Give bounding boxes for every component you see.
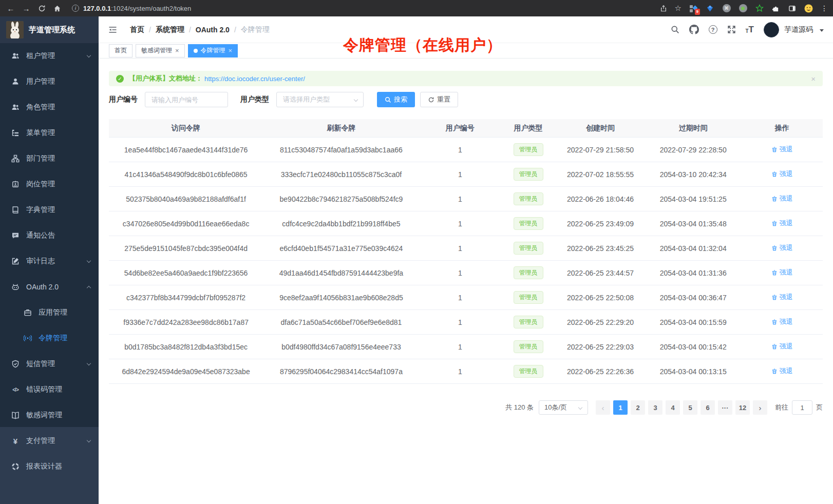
sidebar-item-支付管理[interactable]: ¥支付管理: [0, 428, 99, 454]
user-id-cell: 1: [420, 195, 501, 203]
app-briefcase-icon: [24, 308, 32, 317]
site-info-icon[interactable]: i: [72, 5, 79, 12]
page-button-2[interactable]: 2: [631, 400, 645, 415]
page-button-12[interactable]: 12: [735, 400, 750, 415]
refresh-token-cell: 8796295f04064c2983414cc54af1097a: [263, 367, 419, 376]
tab-label: 首页: [115, 46, 127, 55]
tab-首页[interactable]: 首页: [109, 44, 132, 57]
tab-令牌管理[interactable]: 令牌管理×: [188, 44, 238, 57]
reset-button[interactable]: 重置: [420, 92, 458, 107]
page-button-4[interactable]: 4: [666, 400, 680, 415]
expire-time-cell: 2054-03-04 00:13:15: [645, 367, 742, 376]
pager-more-icon[interactable]: ···: [718, 400, 732, 415]
sidebar-collapse-icon[interactable]: [108, 25, 118, 34]
sidebar-item-label: 部门管理: [26, 154, 55, 163]
user-id-label: 用户编号: [109, 95, 138, 104]
user-type-select[interactable]: 请选择用户类型: [276, 92, 364, 107]
trash-icon: [771, 294, 778, 301]
sidebar-item-OAuth 2.0[interactable]: OAuth 2.0: [0, 274, 99, 300]
sidebar-item-短信管理[interactable]: 短信管理: [0, 351, 99, 377]
dictionary-book-icon: [11, 206, 20, 214]
user-id-input[interactable]: [145, 92, 228, 107]
sidebar-item-岗位管理[interactable]: 岗位管理: [0, 171, 99, 197]
extension-grid-icon[interactable]: 9: [689, 4, 698, 13]
share-icon[interactable]: [660, 5, 667, 12]
username[interactable]: 芋道源码: [784, 25, 813, 34]
kick-out-label: 强退: [780, 342, 793, 351]
breadcrumb-item[interactable]: 系统管理: [156, 25, 184, 34]
search-button[interactable]: 搜索: [377, 92, 415, 107]
forward-icon[interactable]: →: [18, 0, 34, 16]
kick-out-link[interactable]: 强退: [771, 194, 793, 203]
sidebar-item-角色管理[interactable]: 角色管理: [0, 94, 99, 120]
kick-out-link[interactable]: 强退: [771, 169, 793, 179]
page-button-3[interactable]: 3: [648, 400, 662, 415]
user-caret-icon[interactable]: [820, 29, 824, 32]
sidebar-item-通知公告[interactable]: 通知公告: [0, 223, 99, 248]
user-type-badge: 管理员: [514, 291, 543, 304]
address-bar[interactable]: i 127.0.0.1:1024/system/oauth2/token: [72, 5, 660, 12]
next-page-button[interactable]: ›: [753, 400, 767, 415]
kick-out-link[interactable]: 强退: [771, 342, 793, 351]
extension-record-icon[interactable]: [739, 4, 747, 13]
sidebar-item-菜单管理[interactable]: 菜单管理: [0, 120, 99, 146]
breadcrumb-item[interactable]: OAuth 2.0: [196, 26, 230, 34]
table-row: c342377bf8b344799dcbf7bf095287f29ce8ef2a…: [109, 285, 823, 310]
table-header-row: 访问令牌刷新令牌用户编号用户类型创建时间过期时间操作: [109, 119, 823, 138]
fullscreen-icon[interactable]: [727, 25, 736, 34]
reload-icon[interactable]: [34, 0, 49, 16]
tab-close-icon[interactable]: ×: [175, 47, 179, 54]
font-size-icon[interactable]: TT: [746, 25, 754, 34]
pagination-jump: 前往 页: [775, 400, 823, 415]
sidebar-item-租户管理[interactable]: 租户管理: [0, 43, 99, 69]
page-size-select[interactable]: 10条/页: [539, 400, 588, 415]
prev-page-button[interactable]: ‹: [596, 400, 610, 415]
kick-out-link[interactable]: 强退: [771, 317, 793, 326]
refresh-token-cell: 49d1aa46d1454fbd87591444423be9fa: [263, 269, 419, 277]
browser-menu-icon[interactable]: ⋮: [821, 4, 828, 12]
sidebar-item-错误码管理[interactable]: </>错误码管理: [0, 377, 99, 402]
access-token-cell: f9336e7c7dd242a283ee98dc86b17a87: [109, 318, 263, 326]
kick-out-link[interactable]: 强退: [771, 268, 793, 277]
app-logo-row[interactable]: 芋道管理系统: [0, 16, 99, 43]
kick-out-link[interactable]: 强退: [771, 293, 793, 302]
user-type-cell: 管理员: [501, 266, 556, 279]
sidebar-item-字典管理[interactable]: 字典管理: [0, 197, 99, 223]
access-token-cell: 502375b8040a469a9b82188afdf6af1f: [109, 195, 263, 203]
page-button-5[interactable]: 5: [683, 400, 697, 415]
sidebar-item-报表设计器[interactable]: 报表设计器: [0, 454, 99, 479]
extension-star-icon[interactable]: [755, 4, 764, 13]
extension-puzzle-icon[interactable]: [771, 4, 780, 13]
sidebar-item-令牌管理[interactable]: 令牌管理: [0, 325, 99, 351]
kick-out-link[interactable]: 强退: [771, 366, 793, 376]
tab-close-icon[interactable]: ×: [229, 47, 233, 54]
extension-command-icon[interactable]: ⌘: [722, 4, 731, 13]
search-icon[interactable]: [671, 25, 679, 34]
kick-out-link[interactable]: 强退: [771, 219, 793, 228]
home-icon[interactable]: [49, 0, 65, 16]
page-button-1[interactable]: 1: [613, 400, 628, 415]
help-icon[interactable]: ?: [709, 25, 717, 34]
alert-close-icon[interactable]: ×: [811, 74, 816, 83]
kick-out-link[interactable]: 强退: [771, 243, 793, 253]
jump-page-input[interactable]: [792, 400, 812, 415]
profile-avatar-icon[interactable]: [804, 4, 813, 13]
extension-gem-icon[interactable]: [706, 4, 714, 13]
side-panel-icon[interactable]: [788, 4, 797, 13]
sidebar-item-应用管理[interactable]: 应用管理: [0, 300, 99, 325]
page-button-6[interactable]: 6: [701, 400, 715, 415]
sidebar-item-敏感词管理[interactable]: 敏感词管理: [0, 402, 99, 428]
alert-doc-link[interactable]: https://doc.iocoder.cn/user-center/: [204, 75, 305, 83]
sidebar-item-审计日志[interactable]: 审计日志: [0, 248, 99, 274]
sidebar-item-部门管理[interactable]: 部门管理: [0, 146, 99, 171]
table-row: 54d6be82ee5a460a9aedc1f9bf22365649d1aa46…: [109, 261, 823, 285]
sidebar-item-用户管理[interactable]: 用户管理: [0, 69, 99, 94]
back-icon[interactable]: ←: [3, 0, 18, 16]
bookmark-star-icon[interactable]: ☆: [675, 4, 681, 13]
breadcrumb-item[interactable]: 首页: [130, 25, 144, 34]
tab-敏感词管理[interactable]: 敏感词管理×: [136, 44, 185, 57]
kick-out-label: 强退: [780, 243, 793, 253]
github-icon[interactable]: [689, 25, 699, 34]
kick-out-link[interactable]: 强退: [771, 145, 793, 154]
user-avatar[interactable]: [764, 22, 779, 37]
